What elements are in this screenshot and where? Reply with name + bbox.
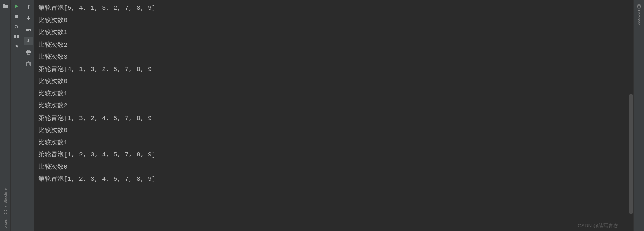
layout-button[interactable] (13, 33, 20, 40)
console-toolbar (22, 0, 34, 231)
pin-button[interactable] (13, 43, 20, 50)
scroll-up-button[interactable] (24, 3, 33, 11)
database-tab[interactable]: Database (637, 3, 641, 27)
soft-wrap-button[interactable] (24, 25, 33, 33)
vertical-scrollbar[interactable] (629, 94, 633, 214)
svg-point-23 (637, 4, 641, 6)
scroll-to-end-button[interactable] (24, 37, 33, 45)
debug-button[interactable] (13, 23, 20, 30)
svg-rect-4 (15, 15, 18, 18)
svg-point-5 (15, 25, 18, 28)
watermark-text: CSDN @续写青春. (578, 223, 620, 229)
structure-tab[interactable]: 7: Structure (3, 186, 7, 217)
right-tool-sidebar: Database (633, 0, 644, 231)
run-controls (11, 0, 22, 231)
folder-icon[interactable] (2, 3, 9, 9)
svg-rect-15 (27, 50, 30, 51)
svg-rect-10 (17, 35, 19, 38)
console-text: 第轮冒泡[5, 4, 1, 3, 2, 7, 8, 9] 比较次数0 比较次数1… (34, 0, 633, 185)
svg-rect-3 (6, 210, 7, 211)
clear-button[interactable] (24, 60, 33, 68)
svg-rect-1 (6, 213, 7, 214)
print-button[interactable] (24, 48, 33, 56)
run-button[interactable] (13, 3, 20, 10)
svg-rect-0 (4, 213, 5, 214)
stop-button[interactable] (13, 13, 20, 20)
console-output[interactable]: 第轮冒泡[5, 4, 1, 3, 2, 7, 8, 9] 比较次数0 比较次数1… (34, 0, 633, 231)
svg-rect-2 (4, 210, 5, 211)
scroll-down-button[interactable] (24, 14, 33, 22)
svg-line-7 (15, 26, 15, 26)
left-tool-sidebar: 7: Structure orites (0, 0, 11, 231)
svg-rect-18 (27, 62, 30, 66)
svg-rect-17 (27, 53, 30, 54)
favorites-tab[interactable]: orites (3, 217, 7, 231)
svg-rect-9 (14, 35, 16, 38)
svg-line-8 (17, 26, 18, 26)
